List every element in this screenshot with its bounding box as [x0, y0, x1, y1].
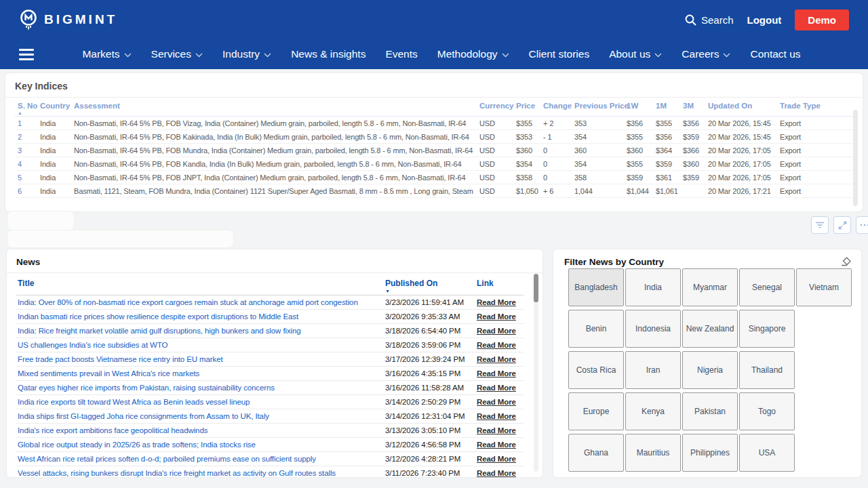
read-more-link[interactable]: Read More — [477, 312, 516, 321]
news-title-link[interactable]: West African rice retail prices soften d… — [18, 455, 316, 463]
key-indices-column-country[interactable]: Country — [37, 98, 71, 117]
country-button-new-zealand[interactable]: New Zealand — [682, 310, 738, 348]
country-button-benin[interactable]: Benin — [568, 310, 624, 348]
news-title-link[interactable]: India's rice export ambitions face geopo… — [18, 426, 208, 434]
key-indices-column-updated-on[interactable]: Updated On — [705, 98, 777, 117]
country-button-singapore[interactable]: Singapore — [739, 310, 795, 348]
news-title-link[interactable]: Global rice output steady in 2025/26 as … — [18, 441, 256, 449]
country-button-india[interactable]: India — [625, 268, 681, 306]
read-more-link[interactable]: Read More — [477, 298, 516, 306]
key-indices-column-previous-price[interactable]: Previous Price — [572, 98, 624, 117]
country-button-nigeria[interactable]: Nigeria — [682, 351, 738, 389]
news-scrollbar-track[interactable] — [534, 274, 538, 472]
news-title-link[interactable]: US challenges India's rice subsidies at … — [18, 341, 167, 349]
key-indices-cell: 20 Mar 2026, 17:05 — [705, 171, 777, 184]
country-button-mauritius[interactable]: Mauritius — [625, 434, 681, 472]
news-title-link[interactable]: Qatar eyes higher rice imports from Paki… — [18, 384, 275, 392]
expand-icon[interactable] — [833, 216, 851, 234]
key-indices-column-assessment[interactable]: Assessment — [71, 98, 477, 117]
brand-logo[interactable]: BIGMINT — [19, 9, 117, 30]
news-title-link[interactable]: Free trade pact boosts Vietnamese rice e… — [18, 355, 223, 363]
country-button-togo[interactable]: Togo — [739, 392, 795, 430]
nav-item-about-us[interactable]: About us — [609, 48, 662, 60]
read-more-link[interactable]: Read More — [477, 398, 516, 406]
read-more-link[interactable]: Read More — [477, 426, 516, 434]
nav-item-contact-us[interactable]: Contact us — [750, 48, 800, 60]
news-title-cell: Mixed sentiments prevail in West Africa'… — [16, 367, 384, 381]
news-title-link[interactable]: Indian basmati rice prices show resilien… — [18, 312, 298, 321]
country-button-pakistan[interactable]: Pakistan — [682, 392, 738, 430]
country-button-myanmar[interactable]: Myanmar — [682, 268, 738, 306]
read-more-link[interactable]: Read More — [477, 355, 516, 363]
key-indices-column-trade-type[interactable]: Trade Type — [777, 98, 853, 117]
key-indices-row[interactable]: 2IndiaNon-Basmati, IR-64 5% PB, FOB Kaki… — [15, 130, 853, 144]
key-indices-row[interactable]: 6IndiaBasmati, 1121, Steam, FOB Mundra, … — [15, 184, 853, 198]
key-indices-column-1m[interactable]: 1M — [653, 98, 680, 117]
news-row: Free trade pact boosts Vietnamese rice e… — [16, 352, 524, 367]
news-column-published-on[interactable]: Published On▼ — [384, 273, 475, 296]
key-indices-column-3m[interactable]: 3M — [680, 98, 705, 117]
nav-item-methodology[interactable]: Methodology — [437, 48, 509, 60]
country-button-kenya[interactable]: Kenya — [625, 392, 681, 430]
read-more-link[interactable]: Read More — [477, 327, 516, 335]
news-published-cell: 3/18/2026 3:59:06 PM — [384, 338, 475, 352]
country-button-costa-rica[interactable]: Costa Rica — [568, 351, 624, 389]
nav-item-industry[interactable]: Industry — [222, 48, 271, 60]
read-more-link[interactable]: Read More — [477, 441, 516, 449]
key-indices-cell: Non-Basmati, IR-64 5% PB, FOB Mundra, In… — [71, 144, 477, 157]
news-column-title[interactable]: Title — [16, 273, 384, 296]
read-more-link[interactable]: Read More — [477, 384, 516, 392]
hamburger-menu-icon[interactable] — [19, 49, 34, 60]
key-indices-column-price[interactable]: Price — [513, 98, 540, 117]
country-button-iran[interactable]: Iran — [625, 351, 681, 389]
news-title-link[interactable]: India rice exports tilt toward West Afri… — [18, 398, 250, 406]
read-more-link[interactable]: Read More — [477, 469, 516, 477]
nav-item-careers[interactable]: Careers — [682, 48, 730, 60]
demo-button[interactable]: Demo — [795, 9, 849, 30]
key-indices-cell: $353 — [513, 130, 540, 144]
nav-item-services[interactable]: Services — [151, 48, 203, 60]
read-more-link[interactable]: Read More — [477, 412, 516, 420]
key-indices-column-1w[interactable]: 1W — [624, 98, 653, 117]
key-indices-row[interactable]: 4IndiaNon-Basmati, IR-64 5% PB, FOB Kand… — [15, 157, 853, 171]
country-button-vietnam[interactable]: Vietnam — [796, 268, 852, 306]
news-panel: News TitlePublished On▼Link India: Over … — [7, 249, 542, 477]
country-button-senegal[interactable]: Senegal — [739, 268, 795, 306]
key-indices-row[interactable]: 1IndiaNon-Basmati, IR-64 5% PB, FOB Viza… — [15, 117, 853, 130]
key-indices-column-change[interactable]: Change — [540, 98, 572, 117]
country-button-europe[interactable]: Europe — [568, 392, 624, 430]
key-indices-column-currency[interactable]: Currency — [477, 98, 513, 117]
news-column-link[interactable]: Link — [475, 273, 524, 296]
news-published-cell: 3/11/2026 7:23:40 PM — [384, 466, 475, 478]
country-button-indonesia[interactable]: Indonesia — [625, 310, 681, 348]
nav-item-label: About us — [609, 48, 650, 60]
read-more-link[interactable]: Read More — [477, 341, 516, 349]
country-button-ghana[interactable]: Ghana — [568, 434, 624, 472]
news-link-cell: Read More — [475, 381, 524, 395]
news-title-link[interactable]: Vessel attacks, rising bunkers disrupt I… — [18, 469, 336, 477]
country-button-philippines[interactable]: Philippines — [682, 434, 738, 472]
news-title-link[interactable]: Mixed sentiments prevail in West Africa'… — [18, 369, 199, 378]
nav-item-markets[interactable]: Markets — [82, 48, 131, 60]
nav-item-events[interactable]: Events — [385, 48, 417, 60]
read-more-link[interactable]: Read More — [477, 455, 516, 463]
country-button-thailand[interactable]: Thailand — [739, 351, 795, 389]
country-button-usa[interactable]: USA — [739, 434, 795, 472]
more-options-icon[interactable] — [856, 216, 868, 234]
search-button[interactable]: Search — [685, 14, 734, 26]
news-title-link[interactable]: India: Rice freight market volatile amid… — [18, 327, 301, 335]
filter-lines-icon[interactable] — [811, 216, 829, 234]
logout-button[interactable]: Logout — [747, 14, 782, 26]
news-title-link[interactable]: India: Over 80% of non-basmati rice expo… — [18, 298, 358, 306]
key-indices-row[interactable]: 3IndiaNon-Basmati, IR-64 5% PB, FOB Mund… — [15, 144, 853, 157]
news-scrollbar-thumb[interactable] — [534, 274, 538, 302]
key-indices-row[interactable]: 5IndiaNon-Basmati, IR-64 5% PB, FOB JNPT… — [15, 171, 853, 184]
key-indices-column-s-no[interactable]: S. No▲ — [15, 98, 37, 117]
read-more-link[interactable]: Read More — [477, 369, 516, 378]
news-title-link[interactable]: India ships first GI-tagged Joha rice co… — [18, 412, 269, 420]
key-indices-cell: 20 Mar 2026, 15:45 — [705, 117, 777, 130]
key-indices-scrollbar[interactable] — [853, 110, 858, 206]
nav-item-client-stories[interactable]: Client stories — [529, 48, 590, 60]
nav-item-news-insights[interactable]: News & insights — [291, 48, 366, 60]
country-button-bangladesh[interactable]: Bangladesh — [568, 268, 624, 306]
